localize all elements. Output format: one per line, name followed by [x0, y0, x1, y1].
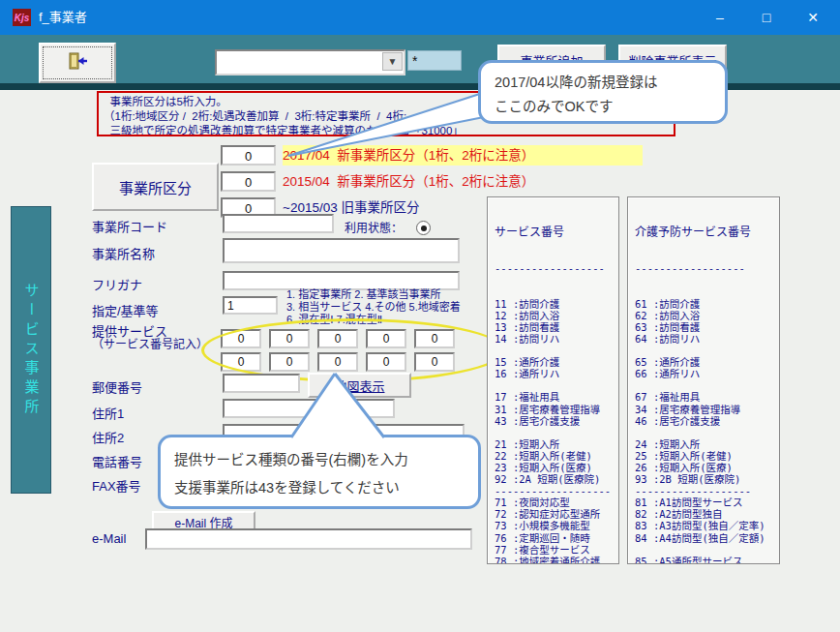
service-number-item	[495, 427, 618, 438]
service-number-item: 26 :短期入所(医療)	[635, 462, 779, 473]
callout-line: 支援事業所は43を登録してください	[174, 474, 465, 502]
usage-status-label: 利用状態：	[345, 219, 403, 235]
warning-line: 三級地で所定の処遇改善加算で特定事業者や減算のない場合「31000」	[104, 124, 669, 136]
email-input[interactable]	[145, 528, 472, 550]
service-number-item: 25 :短期入所(老健)	[635, 450, 779, 462]
service-number-item	[635, 379, 779, 391]
service-number-item: -------------------	[635, 485, 779, 497]
callout-service-entry: 提供サービス種類の番号(右欄)を入力 支援事業所は43を登録してください	[158, 435, 481, 509]
furigana-label: フリガナ	[92, 275, 142, 293]
service-number-item: 71 :夜間対応型	[495, 497, 618, 508]
service-number-item: 78 :地域密着通所介護	[495, 556, 618, 564]
star-field[interactable]: *	[407, 50, 462, 71]
furigana-input[interactable]	[223, 271, 460, 290]
service-number-item: 24 :短期入所	[635, 438, 779, 450]
service-number-item: 77 :複合型サービス	[495, 544, 618, 556]
exit-door-icon	[65, 51, 90, 75]
title-bar: Kjs f_事業者 – □ ✕	[0, 0, 840, 35]
service-number-item: 61 :訪問介護	[635, 298, 779, 310]
close-button[interactable]: ✕	[790, 0, 836, 35]
service-number-item: 17 :福祉用具	[495, 391, 618, 403]
service-number-item: 34 :居宅療養管理指導	[635, 404, 779, 415]
office-code-input[interactable]	[223, 214, 334, 233]
service-number-item: 46 :居宅介護支援	[635, 415, 779, 427]
service-number-item	[635, 345, 779, 356]
addr1-label: 住所1	[92, 404, 124, 422]
service-number-item: -------------------	[495, 485, 618, 497]
service-number-item	[635, 427, 779, 438]
callout-line: 2017/04以降の新規登録は	[495, 71, 711, 95]
service-number-item: 11 :訪問介護	[495, 298, 618, 310]
service-number-item: 21 :短期入所	[495, 438, 618, 450]
service-number-item	[495, 379, 618, 391]
designation-label: 指定/基準等	[92, 301, 159, 319]
service-number-item: 31 :居宅療養管理指導	[495, 404, 618, 415]
kubun-2015-label: 2015/04 新事業所区分（1桁、2桁に注意）	[283, 171, 534, 192]
callout-line: 提供サービス種類の番号(右欄)を入力	[174, 446, 465, 474]
service-number-item: 72 :認知症対応型通所	[495, 508, 618, 520]
service-number-item: 66 :通所リハ	[635, 368, 779, 379]
service-number-item: 12 :訪問入浴	[495, 310, 618, 321]
prevention-service-number-list: 61 :訪問介護62 :訪問入浴63 :訪問看護64 :訪問リハ 65 :通所介…	[635, 298, 779, 564]
app-icon: Kjs	[13, 9, 31, 26]
kubun-2017-input[interactable]: 0	[221, 145, 276, 166]
help-line: 1. 指定事業所 2. 基準該当事業所	[286, 288, 461, 301]
exit-button[interactable]	[39, 43, 116, 83]
service-number-item: 16 :通所リハ	[495, 368, 618, 379]
email-label: e-Mail	[92, 531, 126, 546]
service-number-panel: サービス番号 ------------------ 11 :訪問介護12 :訪問…	[487, 196, 619, 564]
provided-service-sublabel: （サービス番号記入）	[92, 335, 208, 351]
map-button[interactable]: 地図表示	[308, 373, 411, 398]
service-number-item: 23 :短期入所(医療)	[495, 462, 618, 473]
service-number-item: 73 :小規模多機能型	[495, 520, 618, 531]
kubun-2017-label: 2017/04 新事業所区分（1桁、2桁に注意）	[283, 145, 643, 166]
tel-label: 電話番号	[92, 452, 142, 470]
office-name-input[interactable]	[223, 238, 460, 263]
radio-dot-icon	[421, 226, 427, 231]
chevron-down-icon[interactable]: ▼	[382, 52, 403, 71]
zip-label: 郵便番号	[92, 377, 142, 396]
service-office-tab[interactable]: サービス事業所	[11, 206, 51, 494]
service-number-item: 82 :A2訪問型独自	[635, 508, 779, 520]
service-number-item: 15 :通所介護	[495, 356, 618, 368]
service-office-tab-label: サービス事業所	[21, 283, 42, 418]
service-number-item: 65 :通所介護	[635, 356, 779, 368]
callout-new-registration: 2017/04以降の新規登録は ここのみでOKです	[478, 60, 728, 124]
panel-divider: ------------------	[495, 262, 618, 274]
minimize-button[interactable]: –	[697, 0, 743, 35]
service-number-item: 81 :A1訪問型サービス	[635, 497, 779, 508]
addr1-input[interactable]	[223, 399, 395, 418]
office-name-label: 事業所名称	[92, 244, 155, 262]
service-number-item: 43 :居宅介護支援	[495, 415, 618, 427]
service-number-item: 92 :2A 短期(医療院)	[495, 473, 618, 485]
service-number-item: 85 :A5通所型サービス	[635, 556, 779, 564]
zip-input[interactable]	[223, 374, 300, 393]
service-number-list: 11 :訪問介護12 :訪問入浴13 :訪問看護14 :訪問リハ 15 :通所介…	[495, 298, 618, 564]
service-number-item: 14 :訪問リハ	[495, 333, 618, 345]
service-number-item: 22 :短期入所(老健)	[495, 450, 618, 462]
service-number-item: 13 :訪問看護	[495, 321, 618, 333]
callout-line: ここのみでOKです	[495, 95, 711, 119]
service-number-item: 93 :2B 短期(医療院)	[635, 473, 779, 485]
kubun-2015-input[interactable]: 0	[221, 171, 276, 192]
office-code-label: 事業所コード	[92, 217, 167, 235]
office-category-button[interactable]: 事業所区分	[92, 163, 219, 211]
service-number-item	[495, 345, 618, 356]
window-title: f_事業者	[39, 0, 87, 35]
app-window: Kjs f_事業者 – □ ✕ ▼ * 事業所追加 削除事業所表示 事業所区分は…	[0, 0, 840, 632]
fax-label: FAX番号	[92, 476, 141, 495]
service-number-item: 83 :A3訪問型(独自／定率)	[635, 520, 779, 531]
service-number-item: 67 :福祉用具	[635, 391, 779, 403]
usage-status-radio[interactable]	[416, 221, 431, 235]
panel-divider: ------------------	[635, 262, 779, 274]
help-line: 3. 相当サービス 4.その他 5.地域密着	[286, 301, 461, 314]
panel-title: サービス番号	[495, 226, 618, 239]
designation-input[interactable]	[223, 296, 278, 315]
service-number-item: 62 :訪問入浴	[635, 310, 779, 321]
service-number-item: 63 :訪問看護	[635, 321, 779, 333]
office-select-combobox[interactable]: ▼	[215, 49, 405, 75]
service-number-item: 76 :定期巡回・随時	[495, 532, 618, 544]
maximize-button[interactable]: □	[743, 0, 790, 35]
addr2-label: 住所2	[92, 428, 124, 446]
service-number-item	[635, 544, 779, 556]
